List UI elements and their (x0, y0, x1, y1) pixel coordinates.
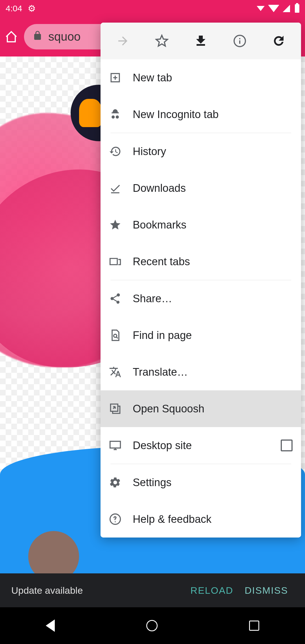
menu-item-label: Settings (133, 477, 293, 489)
help-icon (109, 513, 121, 525)
lock-icon (32, 30, 43, 43)
desktop-icon (109, 439, 121, 452)
reload-button[interactable] (266, 28, 291, 54)
settings-icon (109, 476, 121, 489)
menu-open-app[interactable]: Open Squoosh (101, 390, 301, 427)
menu-item-label: Recent tabs (133, 256, 293, 268)
incognito-icon (109, 108, 121, 121)
menu-item-label: Find in page (133, 329, 293, 341)
back-button[interactable] (46, 619, 55, 632)
battery-icon (295, 4, 299, 13)
menu-bookmarks[interactable]: Bookmarks (101, 206, 301, 243)
reload-action[interactable]: RELOAD (185, 585, 239, 596)
menu-desktop-site[interactable]: Desktop site (101, 427, 301, 464)
share-icon (109, 292, 121, 305)
signal-icon (283, 5, 290, 12)
status-left: 4:04 ⚙ (6, 3, 36, 14)
browser-menu: New tab New Incognito tab History Downlo… (101, 23, 301, 538)
menu-item-label: Desktop site (133, 440, 269, 452)
history-icon (109, 145, 121, 158)
info-button[interactable] (227, 28, 252, 54)
menu-item-label: Help & feedback (133, 513, 293, 525)
menu-new-incognito[interactable]: New Incognito tab (101, 96, 301, 133)
menu-item-label: Open Squoosh (133, 403, 293, 415)
home-nav-button[interactable] (146, 620, 158, 631)
menu-list: New tab New Incognito tab History Downlo… (101, 59, 301, 538)
translate-icon (109, 366, 121, 378)
forward-button[interactable] (110, 28, 136, 54)
svg-point-2 (115, 521, 116, 522)
status-right (257, 4, 299, 13)
download-indicator-icon (257, 6, 265, 11)
status-bar: 4:04 ⚙ (0, 0, 305, 17)
downloads-icon (109, 182, 121, 194)
recent-tabs-icon (109, 255, 121, 268)
menu-item-label: Share… (133, 293, 293, 305)
home-button[interactable] (4, 30, 18, 44)
dismiss-action[interactable]: DISMISS (239, 585, 294, 596)
menu-item-label: Bookmarks (133, 219, 293, 231)
menu-new-tab[interactable]: New tab (101, 59, 301, 96)
menu-item-label: Downloads (133, 182, 293, 194)
navigation-bar (0, 607, 305, 644)
hand-icon (79, 99, 102, 127)
menu-recent-tabs[interactable]: Recent tabs (101, 243, 301, 280)
status-time: 4:04 (6, 4, 22, 13)
recent-apps-button[interactable] (249, 621, 259, 631)
menu-item-label: New Incognito tab (133, 108, 293, 121)
menu-item-label: History (133, 145, 293, 158)
menu-history[interactable]: History (101, 133, 301, 170)
menu-item-label: Translate… (133, 366, 293, 378)
bookmarks-icon (109, 219, 121, 231)
find-icon (109, 329, 121, 341)
snackbar-message: Update available (11, 585, 185, 596)
menu-find-in-page[interactable]: Find in page (101, 317, 301, 354)
wifi-icon (268, 5, 279, 12)
desktop-site-checkbox[interactable] (281, 440, 293, 451)
new-tab-icon (109, 71, 121, 84)
menu-downloads[interactable]: Downloads (101, 170, 301, 206)
bookmark-button[interactable] (149, 28, 175, 54)
download-button[interactable] (188, 28, 213, 54)
gear-icon: ⚙ (28, 3, 36, 14)
menu-item-label: New tab (133, 72, 293, 84)
menu-settings[interactable]: Settings (101, 464, 301, 501)
url-text: squoo (48, 30, 80, 43)
snackbar: Update available RELOAD DISMISS (0, 573, 305, 607)
menu-icon-row (101, 23, 301, 59)
menu-help[interactable]: Help & feedback (101, 501, 301, 538)
open-app-icon (109, 402, 121, 415)
menu-translate[interactable]: Translate… (101, 354, 301, 390)
menu-share[interactable]: Share… (101, 280, 301, 317)
